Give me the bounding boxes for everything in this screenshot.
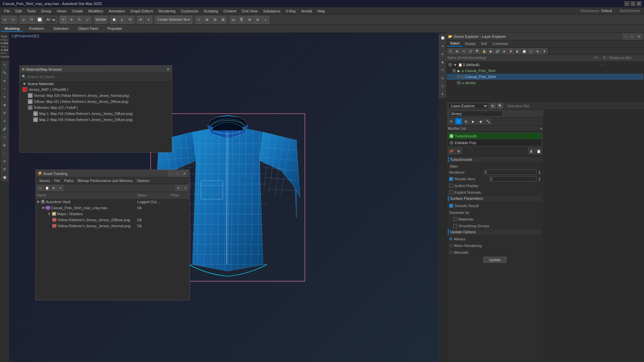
asset-row-normal[interactable]: IMG Yellow Referee's Jersey_Jersey_Norma…	[36, 223, 190, 229]
mat-jersey[interactable]: Jersey_MAT ( VRayMtl )	[20, 86, 171, 93]
asset-row-maps[interactable]: ▼ 📁 Maps / Shaders	[36, 211, 190, 217]
explicit-normals-checkbox[interactable]	[449, 190, 453, 194]
menu-rendering[interactable]: Rendering	[156, 8, 178, 14]
modifier-editable-poly[interactable]: Editable Poly	[448, 139, 542, 146]
mat-diffuse-map[interactable]: ▣ Diffuse: Map #21 (Yellow Referee's Jer…	[20, 99, 171, 105]
menu-graph-editors[interactable]: Graph Editors	[128, 8, 156, 14]
tab-modeling[interactable]: Modeling	[1, 26, 23, 32]
tree-casual-shirt[interactable]: ▶ ◈ Casual_Polo_Shirt	[447, 68, 643, 74]
smoothing-groups-checkbox[interactable]	[453, 224, 457, 228]
se-icon1[interactable]: ⊞	[454, 48, 460, 54]
layer-mgr[interactable]: 🗂	[230, 16, 237, 24]
rect-select-btn[interactable]: ⬜	[36, 16, 43, 24]
asset-btn1[interactable]: ↪	[37, 185, 43, 191]
sidebar-select-icon[interactable]: ⊙	[1, 61, 8, 68]
se-tab-customize[interactable]: Customize	[490, 41, 511, 46]
asset-row-vault[interactable]: ▶ 🏛 Autodesk Vault Logged Out ...	[36, 199, 190, 205]
extra3[interactable]: ≈	[262, 16, 269, 24]
asset-close-btn[interactable]: ✕	[181, 171, 187, 177]
se-icon9[interactable]: ⚙	[508, 48, 514, 54]
asset-btn4[interactable]: ≡	[57, 185, 63, 191]
materials-checkbox[interactable]	[453, 217, 457, 221]
undo-btn[interactable]: ↩	[1, 16, 9, 24]
radio-always[interactable]: Always	[449, 236, 541, 242]
menu-scripting[interactable]: Scripting	[201, 8, 221, 14]
mat-normal-map[interactable]: ▤ Normal: Map #26 (Yellow Referee's Jers…	[20, 93, 171, 99]
mod-configure-btn[interactable]: ⚙	[455, 148, 462, 155]
isoline-checkbox[interactable]	[449, 184, 453, 188]
menu-civil-view[interactable]: Civil View	[239, 8, 260, 14]
render-iters-checkbox[interactable]: ✓	[449, 177, 453, 181]
asset-row-max-file[interactable]: ▶ MAX Casual_Polo_Shirt_max_vray.max Ok	[36, 205, 190, 211]
menu-substance[interactable]: Substance	[260, 8, 283, 14]
se-close-btn[interactable]: ✕	[636, 34, 642, 40]
named-sel-3[interactable]: ⊟	[211, 16, 219, 24]
vp-btn2[interactable]: ◈	[439, 42, 446, 50]
render-iter-down-btn[interactable]: ▼	[538, 179, 541, 181]
sidebar-tool5[interactable]: ◉	[1, 101, 8, 109]
move-btn[interactable]: ✛	[68, 16, 75, 24]
menu-arnold[interactable]: Arnold	[299, 8, 315, 14]
menu-create[interactable]: Create	[69, 8, 86, 14]
minimize-btn[interactable]: ─	[625, 1, 629, 6]
scene-materials-section[interactable]: ▼ Scene Materials	[20, 81, 171, 86]
se-max-btn[interactable]: □	[629, 34, 635, 40]
mat-search-input[interactable]	[27, 75, 170, 79]
vp-btn7[interactable]: ⊡	[439, 82, 446, 90]
align-btn[interactable]: ≡	[145, 16, 152, 24]
se-icon8[interactable]: ★	[501, 48, 507, 54]
se-icon2[interactable]: ≡	[461, 48, 467, 54]
prop-icon-create[interactable]: ✛	[448, 118, 454, 125]
sidebar-tool10[interactable]: ◐	[1, 141, 8, 149]
prop-icon-utilities[interactable]: 🔧	[485, 118, 491, 125]
asset-restore-btn[interactable]: □	[175, 171, 181, 177]
menu-animation[interactable]: Animation	[106, 8, 128, 14]
create-selection-set-btn[interactable]: Create Selection Se ▾	[155, 16, 192, 24]
se-icon12[interactable]: ⬡	[528, 48, 534, 54]
update-btn[interactable]: Update	[483, 257, 506, 263]
prop-icon-hierarchy[interactable]: ⊞	[463, 118, 469, 125]
se-filter-btn[interactable]: ✕	[447, 48, 453, 54]
select-btn[interactable]: ↖	[60, 16, 67, 24]
tab-selection[interactable]: Selection	[50, 26, 72, 32]
tab-object-paint[interactable]: Object Paint	[75, 26, 102, 32]
se-icon14[interactable]: ▼	[541, 48, 547, 54]
se-icon10[interactable]: ◐	[515, 48, 521, 54]
asset-refresh-btn[interactable]: ↻	[175, 185, 181, 191]
ref-coord-btn[interactable]: World▾	[94, 16, 107, 24]
asset-bitmap-menu[interactable]: Bitmap Performance and Memory	[75, 179, 135, 183]
sidebar-tool7[interactable]: ⊡	[1, 117, 8, 125]
sidebar-tool1[interactable]: 🔧	[1, 69, 8, 76]
prop-icon-display[interactable]: ◉	[477, 118, 484, 125]
modifier-list-dropdown[interactable]: ▾	[540, 127, 542, 130]
sidebar-tool9[interactable]: ⬡	[1, 133, 8, 141]
mat-map2[interactable]: ▣ Map 2: Map #35 (Yellow Referee's Jerse…	[20, 117, 171, 123]
se-select[interactable]: Layer Explorer	[448, 103, 488, 109]
sidebar-tool2[interactable]: ◈	[1, 77, 8, 84]
asset-btn3[interactable]: ⊞	[51, 185, 57, 191]
maximize-btn[interactable]: □	[631, 1, 635, 6]
tab-freeform[interactable]: Freeform	[26, 26, 48, 32]
asset-paths-menu[interactable]: Paths	[62, 179, 75, 183]
scale-btn[interactable]: ⤢	[84, 16, 91, 24]
iter-up-btn[interactable]: ▲	[538, 170, 541, 172]
render-iters-value[interactable]: 2	[489, 176, 536, 182]
asset-options-menu[interactable]: Options	[135, 179, 152, 183]
named-sel-1[interactable]: ≡	[195, 16, 203, 24]
asset-help-btn[interactable]: ?	[182, 185, 188, 191]
modifier-turbosmooth[interactable]: TurboSmooth	[448, 133, 542, 139]
rotate-btn[interactable]: ↻	[76, 16, 83, 24]
menu-group[interactable]: Group	[38, 8, 54, 14]
menu-file[interactable]: File	[1, 8, 13, 14]
select-filter[interactable]: All	[44, 16, 57, 23]
vp-btn4[interactable]: ◉	[439, 58, 446, 66]
sidebar-tool11[interactable]: ↔	[1, 149, 8, 157]
menu-vray[interactable]: V-Ray	[283, 8, 299, 14]
radio-when-rendering[interactable]: When Rendering	[449, 243, 541, 249]
asset-btn2[interactable]: 📋	[44, 185, 50, 191]
mat-reflection-group[interactable]: ◈ Reflection: Map #22 ( Falloff )	[20, 105, 171, 111]
sidebar-tool3[interactable]: ⌖	[1, 85, 8, 93]
iter-down-btn[interactable]: ▼	[538, 172, 541, 175]
named-sel-2[interactable]: ⊞	[203, 16, 211, 24]
se-sel-btn[interactable]: 🔍	[497, 103, 503, 109]
